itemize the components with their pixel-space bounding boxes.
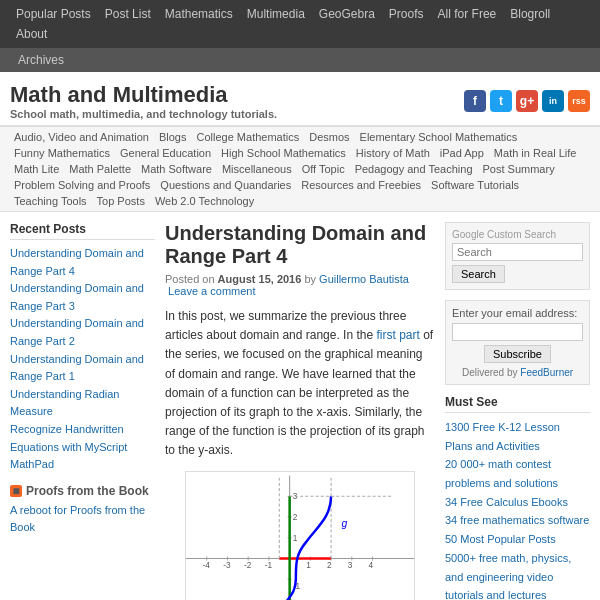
list-item: 20 000+ math contest problems and soluti… [445, 455, 590, 492]
nav-about[interactable]: About [10, 25, 53, 43]
cat-questions[interactable]: Questions and Quandaries [156, 178, 295, 192]
proofs-heading: Proofs from the Book [26, 484, 149, 498]
svg-text:-2: -2 [244, 559, 252, 569]
search-button[interactable]: Search [452, 265, 505, 283]
nav-archives[interactable]: Archives [10, 51, 72, 69]
rss-icon[interactable]: rss [568, 90, 590, 112]
social-icons: f t g+ in rss [464, 90, 590, 112]
cat-highschool[interactable]: High School Mathematics [217, 146, 350, 160]
email-prompt: Enter your email address: [452, 307, 583, 319]
cat-elementary[interactable]: Elementary School Mathematics [356, 130, 522, 144]
subscribe-button[interactable]: Subscribe [484, 345, 551, 363]
must-see-link-3[interactable]: 34 Free Calculus Ebooks [445, 496, 568, 508]
nav-multimedia[interactable]: Multimedia [241, 5, 311, 23]
svg-text:g: g [341, 518, 347, 529]
post-body: In this post, we summarize the previous … [165, 307, 435, 600]
list-item: Understanding Radian Measure [10, 386, 155, 421]
must-see-link-5[interactable]: 50 Most Popular Posts [445, 533, 556, 545]
feedburner-credit: Delivered by FeedBurner [452, 367, 583, 378]
cat-college[interactable]: College Mathematics [193, 130, 304, 144]
recent-post-link-5[interactable]: Understanding Radian Measure [10, 388, 119, 418]
cat-blogs[interactable]: Blogs [155, 130, 191, 144]
must-see-link-4[interactable]: 34 free mathematics software [445, 514, 589, 526]
list-item: 34 Free Calculus Ebooks [445, 493, 590, 512]
nav-popular-posts[interactable]: Popular Posts [10, 5, 97, 23]
svg-text:-1: -1 [265, 559, 273, 569]
must-see-link-6[interactable]: 5000+ free math, physics, and engineerin… [445, 552, 571, 600]
must-see-heading: Must See [445, 395, 590, 413]
cat-misc[interactable]: Miscellaneous [218, 162, 296, 176]
svg-text:2: 2 [293, 512, 298, 522]
nav-geogebra[interactable]: GeoGebra [313, 5, 381, 23]
second-navigation: Archives [0, 48, 600, 72]
main-wrapper: Recent Posts Understanding Domain and Ra… [0, 212, 600, 600]
must-see-link-2[interactable]: 20 000+ math contest problems and soluti… [445, 458, 558, 489]
cat-web20[interactable]: Web 2.0 Technology [151, 194, 258, 208]
post-title: Understanding Domain and Range Part 4 [165, 222, 435, 268]
proofs-list: A reboot for Proofs from the Book [10, 502, 155, 537]
category-navigation: Audio, Video and Animation Blogs College… [0, 126, 600, 212]
cat-topposts[interactable]: Top Posts [93, 194, 149, 208]
main-content: Understanding Domain and Range Part 4 Po… [165, 222, 435, 600]
list-item: Understanding Domain and Range Part 2 [10, 315, 155, 350]
svg-text:1: 1 [293, 532, 298, 542]
post-date: August 15, 2016 [218, 273, 302, 285]
list-item: 34 free mathematics software [445, 511, 590, 530]
twitter-icon[interactable]: t [490, 90, 512, 112]
cat-funny[interactable]: Funny Mathematics [10, 146, 114, 160]
feedburner-link[interactable]: FeedBurner [520, 367, 573, 378]
cat-pedagogy[interactable]: Pedagogy and Teaching [351, 162, 477, 176]
recent-post-link-1[interactable]: Understanding Domain and Range Part 4 [10, 247, 144, 277]
svg-text:-3: -3 [223, 559, 231, 569]
post-paragraph-1: In this post, we summarize the previous … [165, 307, 435, 461]
cat-offtopic[interactable]: Off Topic [298, 162, 349, 176]
googleplus-icon[interactable]: g+ [516, 90, 538, 112]
svg-text:2: 2 [327, 559, 332, 569]
site-header: Math and Multimedia School math, multime… [0, 72, 600, 126]
cat-palette[interactable]: Math Palette [65, 162, 135, 176]
cat-software[interactable]: Math Software [137, 162, 216, 176]
recent-post-link-4[interactable]: Understanding Domain and Range Part 1 [10, 353, 144, 383]
cat-teaching[interactable]: Teaching Tools [10, 194, 91, 208]
recent-post-link-6[interactable]: Recognize Handwritten Equations with MyS… [10, 423, 127, 470]
cat-reallife[interactable]: Math in Real Life [490, 146, 581, 160]
post-author-link[interactable]: Guillermo Bautista [319, 273, 409, 285]
cat-resources[interactable]: Resources and Freebies [297, 178, 425, 192]
list-item: Recognize Handwritten Equations with MyS… [10, 421, 155, 474]
linkedin-icon[interactable]: in [542, 90, 564, 112]
list-item: A reboot for Proofs from the Book [10, 502, 155, 537]
post-comment-link[interactable]: Leave a comment [168, 285, 255, 297]
cat-general[interactable]: General Education [116, 146, 215, 160]
nav-proofs[interactable]: Proofs [383, 5, 430, 23]
cat-desmos[interactable]: Desmos [305, 130, 353, 144]
svg-text:3: 3 [348, 559, 353, 569]
recent-posts-heading: Recent Posts [10, 222, 155, 240]
nav-blogroll[interactable]: Blogroll [504, 5, 556, 23]
cat-problemsolving[interactable]: Problem Solving and Proofs [10, 178, 154, 192]
cat-softwaretut[interactable]: Software Tutorials [427, 178, 523, 192]
sidebar-right: Google Custom Search Search Enter your e… [445, 222, 590, 600]
site-tagline: School math, multimedia, and technology … [10, 108, 277, 120]
nav-post-list[interactable]: Post List [99, 5, 157, 23]
recent-post-link-3[interactable]: Understanding Domain and Range Part 2 [10, 317, 144, 347]
cat-history[interactable]: History of Math [352, 146, 434, 160]
search-box: Google Custom Search Search [445, 222, 590, 290]
cat-lite[interactable]: Math Lite [10, 162, 63, 176]
cat-ipad[interactable]: iPad App [436, 146, 488, 160]
nav-mathematics[interactable]: Mathematics [159, 5, 239, 23]
first-part-link[interactable]: first part [376, 328, 419, 342]
list-item: Understanding Domain and Range Part 3 [10, 280, 155, 315]
cat-audio[interactable]: Audio, Video and Animation [10, 130, 153, 144]
facebook-icon[interactable]: f [464, 90, 486, 112]
recent-post-link-2[interactable]: Understanding Domain and Range Part 3 [10, 282, 144, 312]
cat-postsummary[interactable]: Post Summary [479, 162, 559, 176]
post-meta: Posted on August 15, 2016 by Guillermo B… [165, 273, 435, 297]
list-item: Understanding Domain and Range Part 4 [10, 245, 155, 280]
search-input[interactable] [452, 243, 583, 261]
nav-all-for-free[interactable]: All for Free [432, 5, 503, 23]
must-see-link-1[interactable]: 1300 Free K-12 Lesson Plans and Activiti… [445, 421, 560, 452]
list-item: 50 Most Popular Posts [445, 530, 590, 549]
email-input[interactable] [452, 323, 583, 341]
proofs-link-1[interactable]: A reboot for Proofs from the Book [10, 504, 145, 534]
email-subscribe-box: Enter your email address: Subscribe Deli… [445, 300, 590, 385]
